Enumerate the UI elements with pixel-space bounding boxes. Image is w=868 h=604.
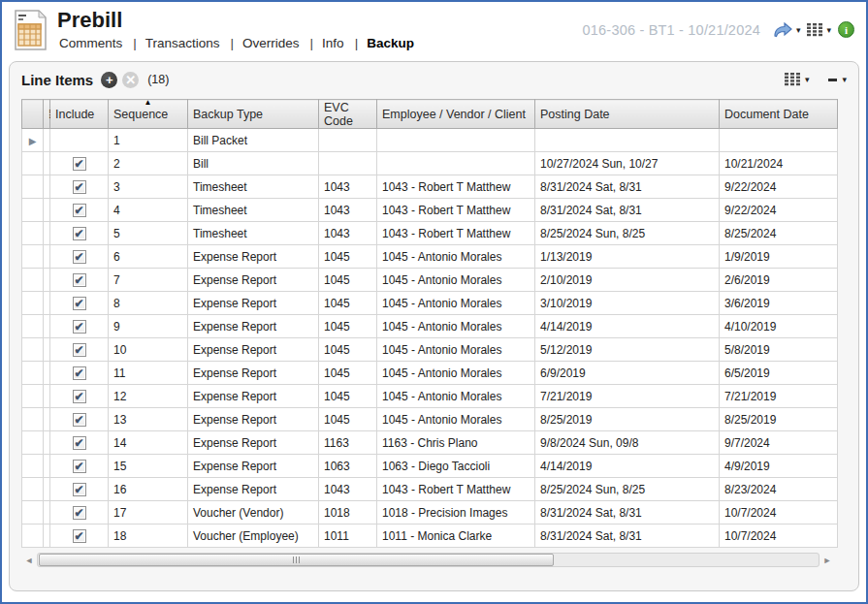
include-cell[interactable]: ✔ <box>50 199 109 222</box>
evc-code-cell[interactable]: 1063 <box>319 455 377 478</box>
evc-code-cell[interactable]: 1045 <box>319 269 377 292</box>
sequence-cell[interactable]: 5 <box>109 222 188 245</box>
document-date-cell[interactable]: 10/7/2024 <box>720 501 838 525</box>
sequence-cell[interactable]: 9 <box>109 315 188 338</box>
row-selector-cell[interactable] <box>22 501 44 525</box>
document-date-cell[interactable]: 8/25/2024 <box>720 222 838 245</box>
sequence-cell[interactable]: 7 <box>109 269 188 292</box>
evc-code-cell[interactable]: 1045 <box>319 245 377 269</box>
column-header-evc-code[interactable]: EVC Code <box>319 100 377 129</box>
include-checkbox[interactable]: ✔ <box>73 483 86 496</box>
document-date-cell[interactable]: 4/9/2019 <box>720 455 838 478</box>
sequence-cell[interactable]: 14 <box>109 431 188 455</box>
include-checkbox[interactable]: ✔ <box>73 506 86 520</box>
evc-code-cell[interactable]: 1045 <box>319 315 377 338</box>
employee-vendor-client-cell[interactable]: 1045 - Antonio Morales <box>377 292 535 315</box>
table-row[interactable]: ✔ 11 Expense Report 1045 1045 - Antonio … <box>22 362 838 385</box>
include-checkbox[interactable]: ✔ <box>73 227 86 240</box>
table-row[interactable]: ✔ 7 Expense Report 1045 1045 - Antonio M… <box>22 269 838 292</box>
include-cell[interactable]: ✔ <box>50 292 109 315</box>
table-row[interactable]: ✔ 8 Expense Report 1045 1045 - Antonio M… <box>22 292 838 315</box>
include-checkbox[interactable]: ✔ <box>73 250 86 264</box>
employee-vendor-client-cell[interactable]: 1045 - Antonio Morales <box>377 362 535 385</box>
employee-vendor-client-cell[interactable]: 1045 - Antonio Morales <box>377 245 535 269</box>
sequence-cell[interactable]: 12 <box>109 385 188 408</box>
evc-code-cell[interactable]: 1045 <box>319 338 377 362</box>
employee-vendor-client-cell[interactable] <box>377 152 535 175</box>
include-cell[interactable]: ✔ <box>50 385 109 408</box>
row-selector-cell[interactable] <box>22 269 44 292</box>
sequence-cell[interactable]: 2 <box>109 152 188 175</box>
posting-date-cell[interactable]: 3/10/2019 <box>535 292 720 315</box>
backup-type-cell[interactable]: Voucher (Employee) <box>188 525 319 548</box>
posting-date-cell[interactable]: 8/31/2024 Sat, 8/31 <box>535 175 720 199</box>
document-date-cell[interactable]: 9/22/2024 <box>720 199 838 222</box>
include-cell[interactable]: ✔ <box>50 338 109 362</box>
table-row[interactable]: ✔ 16 Expense Report 1043 1043 - Robert T… <box>22 478 838 501</box>
employee-vendor-client-cell[interactable]: 1045 - Antonio Morales <box>377 408 535 431</box>
row-selector-cell[interactable] <box>22 222 44 245</box>
sequence-cell[interactable]: 6 <box>109 245 188 269</box>
tab-overrides[interactable]: Overrides <box>241 36 302 50</box>
backup-type-cell[interactable]: Expense Report <box>188 408 319 431</box>
posting-date-cell[interactable]: 10/27/2024 Sun, 10/27 <box>535 152 720 175</box>
include-checkbox[interactable]: ✔ <box>73 204 86 217</box>
document-date-cell[interactable]: 5/8/2019 <box>720 338 838 362</box>
include-cell[interactable]: ✔ <box>50 315 109 338</box>
chevron-down-icon[interactable]: ▾ <box>826 25 831 35</box>
document-date-cell[interactable]: 10/7/2024 <box>720 525 838 548</box>
backup-type-cell[interactable]: Expense Report <box>188 269 319 292</box>
backup-type-cell[interactable]: Expense Report <box>188 292 319 315</box>
evc-code-cell[interactable]: 1045 <box>319 362 377 385</box>
row-selector-cell[interactable] <box>22 478 44 501</box>
employee-vendor-client-cell[interactable]: 1043 - Robert T Matthew <box>377 199 535 222</box>
backup-type-cell[interactable]: Expense Report <box>188 315 319 338</box>
include-cell[interactable]: ✔ <box>50 152 109 175</box>
row-selector-cell[interactable] <box>22 175 44 199</box>
table-row[interactable]: ✔ 12 Expense Report 1045 1045 - Antonio … <box>22 385 838 408</box>
posting-date-cell[interactable] <box>535 129 720 152</box>
include-checkbox[interactable]: ✔ <box>73 460 86 473</box>
backup-type-cell[interactable]: Timesheet <box>188 222 319 245</box>
include-cell[interactable]: ✔ <box>50 269 109 292</box>
posting-date-cell[interactable]: 5/12/2019 <box>535 338 720 362</box>
chevron-down-icon[interactable]: ▾ <box>805 75 810 84</box>
row-selector-cell[interactable] <box>22 338 44 362</box>
posting-date-cell[interactable]: 8/25/2024 Sun, 8/25 <box>535 222 720 245</box>
employee-vendor-client-cell[interactable]: 1045 - Antonio Morales <box>377 338 535 362</box>
document-date-cell[interactable]: 9/22/2024 <box>720 175 838 199</box>
horizontal-scrollbar[interactable]: ◄ ► <box>21 552 835 568</box>
scrollbar-track[interactable] <box>37 553 820 567</box>
row-selector-cell[interactable] <box>22 152 44 175</box>
tab-info[interactable]: Info <box>320 36 346 50</box>
document-date-cell[interactable]: 7/21/2019 <box>720 385 838 408</box>
include-checkbox[interactable]: ✔ <box>73 413 86 427</box>
employee-vendor-client-cell[interactable] <box>377 129 535 152</box>
table-row[interactable]: ✔ 10 Expense Report 1045 1045 - Antonio … <box>22 338 838 362</box>
collapse-icon[interactable] <box>828 79 837 81</box>
sequence-cell[interactable]: 18 <box>109 525 188 548</box>
include-cell[interactable] <box>50 129 109 152</box>
include-checkbox[interactable]: ✔ <box>73 320 86 334</box>
backup-type-cell[interactable]: Expense Report <box>188 362 319 385</box>
column-header-backup-type[interactable]: Backup Type <box>188 100 319 129</box>
document-date-cell[interactable]: 9/7/2024 <box>720 431 838 455</box>
evc-code-cell[interactable]: 1045 <box>319 385 377 408</box>
column-header-include[interactable]: Include <box>50 100 109 129</box>
sequence-cell[interactable]: 1 <box>109 129 188 152</box>
include-cell[interactable]: ✔ <box>50 362 109 385</box>
evc-code-cell[interactable]: 1043 <box>319 175 377 199</box>
document-date-cell[interactable]: 1/9/2019 <box>720 245 838 269</box>
scroll-left-icon[interactable]: ◄ <box>21 552 37 568</box>
table-row[interactable]: ✔ 2 Bill 10/27/2024 Sun, 10/27 10/21/202… <box>22 152 838 175</box>
backup-type-cell[interactable]: Expense Report <box>188 245 319 269</box>
include-cell[interactable]: ✔ <box>50 408 109 431</box>
row-selector-cell[interactable] <box>22 292 44 315</box>
include-checkbox[interactable]: ✔ <box>73 273 86 287</box>
document-date-cell[interactable]: 4/10/2019 <box>720 315 838 338</box>
row-selector-cell[interactable] <box>22 385 44 408</box>
backup-type-cell[interactable]: Expense Report <box>188 478 319 501</box>
include-checkbox[interactable]: ✔ <box>73 157 86 171</box>
posting-date-cell[interactable]: 8/25/2024 Sun, 8/25 <box>535 478 720 501</box>
row-selector-cell[interactable] <box>22 408 44 431</box>
